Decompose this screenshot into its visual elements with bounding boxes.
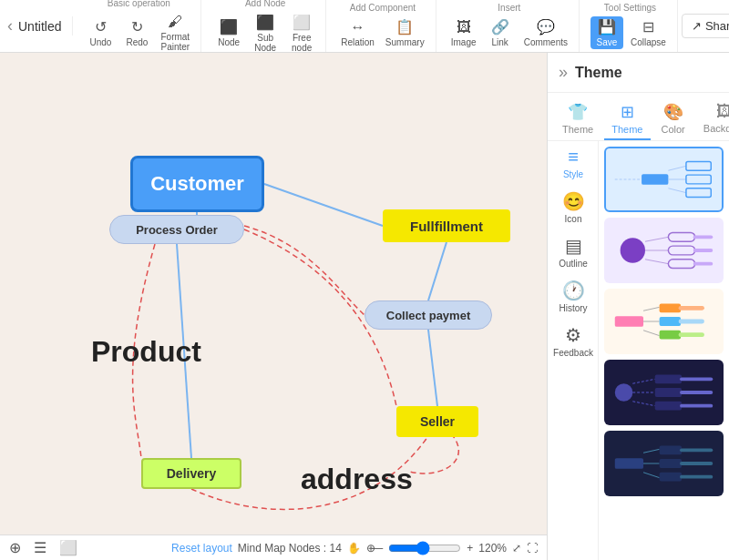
zoom-in-button[interactable]: + — [467, 542, 473, 555]
theme-icon-tab[interactable]: 👕 Theme — [555, 98, 601, 140]
format-painter-button[interactable]: 🖌 Format Painter — [157, 12, 193, 54]
summary-label: Summary — [385, 37, 425, 47]
node-button[interactable]: ⬛ Node — [212, 16, 245, 49]
panel-tabs: 👕 Theme ⊞ Theme 🎨 Color 🖼 Backdrop — [548, 93, 729, 141]
theme-4-svg — [606, 361, 722, 423]
canvas[interactable]: Customer Process Order Fullfillment Coll… — [0, 53, 547, 560]
comments-button[interactable]: 💬 Comments — [520, 16, 571, 49]
panel-title: Theme — [575, 65, 622, 81]
svg-rect-28 — [660, 317, 681, 326]
back-button[interactable]: ‹ — [7, 16, 13, 36]
delivery-label: Delivery — [167, 466, 216, 481]
svg-point-33 — [615, 383, 633, 402]
outline-icon: ▤ — [565, 235, 582, 257]
svg-line-34 — [632, 379, 654, 383]
svg-rect-19 — [668, 260, 694, 269]
collapse-button[interactable]: ⊟ Collapse — [627, 16, 670, 49]
zoom-slider[interactable] — [388, 541, 461, 555]
sub-node-button[interactable]: ⬛ Sub Node — [249, 12, 282, 55]
add-component-buttons: ↔ Relation 📋 Summary — [337, 16, 428, 49]
theme-3-thumbnail[interactable] — [604, 289, 724, 354]
format-painter-icon: 🖌 — [168, 14, 182, 30]
sidebar-item-history[interactable]: 🕐 History — [548, 274, 599, 319]
svg-rect-48 — [660, 459, 682, 468]
status-bar: ⊕ ☰ ⬜ Reset layout Mind Map Nodes : 14 ✋… — [0, 535, 547, 560]
theme-2-thumbnail[interactable] — [604, 218, 724, 283]
theme-2-svg — [606, 219, 722, 281]
customer-node[interactable]: Customer — [130, 156, 264, 212]
svg-line-9 — [668, 188, 686, 193]
summary-button[interactable]: 📋 Summary — [382, 16, 428, 49]
fit-icon[interactable]: ⤢ — [512, 542, 521, 555]
menu-icon[interactable]: ☰ — [34, 539, 46, 556]
fullscreen-icon[interactable]: ⛶ — [527, 542, 538, 555]
history-icon: 🕐 — [562, 280, 585, 301]
history-label: History — [559, 303, 587, 313]
product-label: Product — [91, 335, 201, 369]
insert-label: Insert — [498, 3, 520, 13]
free-node-icon: ⬜ — [293, 14, 311, 31]
backdrop-tab-label: Backdrop — [703, 123, 729, 134]
sidebar-item-feedback[interactable]: ⚙ Feedback — [548, 319, 599, 363]
sidebar-item-icon[interactable]: 😊 Icon — [548, 185, 599, 229]
theme-5-thumbnail[interactable] — [604, 431, 724, 496]
link-icon: 🔗 — [491, 18, 509, 36]
svg-line-36 — [632, 402, 654, 406]
basic-operation-buttons: ↺ Undo ↻ Redo 🖌 Format Painter — [84, 12, 193, 54]
backdrop-tab[interactable]: 🖼 Backdrop — [696, 98, 729, 140]
image-button[interactable]: 🖼 Image — [447, 17, 480, 49]
save-icon: 💾 — [598, 18, 616, 36]
seller-node[interactable]: Seller — [396, 406, 478, 437]
svg-rect-43 — [615, 458, 643, 469]
svg-rect-11 — [686, 175, 711, 184]
add-component-label: Add Component — [350, 3, 416, 13]
collect-payment-node[interactable]: Collect paymet — [364, 300, 492, 330]
theme-5-svg — [606, 433, 722, 494]
panel-collapse-button[interactable]: » — [559, 63, 568, 82]
add-node-label: Add Node — [245, 0, 285, 8]
add-icon[interactable]: ⊕ — [9, 539, 21, 556]
add-node-buttons: ⬛ Node ⬛ Sub Node ⬜ Free node — [212, 12, 318, 55]
redo-button[interactable]: ↻ Redo — [120, 16, 153, 49]
svg-line-46 — [643, 473, 660, 478]
share-icon: ↗ — [692, 19, 702, 33]
link-button[interactable]: 🔗 Link — [484, 16, 517, 49]
svg-rect-29 — [660, 331, 681, 340]
format-painter-label: Format Painter — [160, 32, 190, 52]
delivery-node[interactable]: Delivery — [141, 458, 241, 489]
theme-thumbnails — [599, 141, 729, 560]
save-button[interactable]: 💾 Save — [590, 16, 623, 49]
fulfillment-node[interactable]: Fullfillment — [383, 209, 510, 242]
process-order-node[interactable]: Process Order — [109, 215, 244, 244]
svg-rect-18 — [668, 246, 694, 255]
theme-tab[interactable]: ⊞ Theme — [604, 98, 650, 140]
cursor-icon: ⊕ — [366, 542, 375, 555]
sidebar-item-outline[interactable]: ▤ Outline — [548, 229, 599, 274]
share-button[interactable]: ↗ Share — [682, 14, 729, 38]
sidebar-item-style[interactable]: ≡ Style — [548, 141, 599, 185]
undo-label: Undo — [90, 37, 112, 47]
theme-1-thumbnail[interactable] — [604, 147, 724, 212]
customer-node-label: Customer — [150, 172, 244, 196]
color-tab[interactable]: 🎨 Color — [654, 98, 693, 140]
outline-label: Outline — [559, 259, 588, 269]
theme-3-svg — [606, 290, 722, 352]
address-label: address — [301, 463, 413, 496]
svg-line-1 — [264, 184, 383, 226]
redo-icon: ↻ — [131, 18, 143, 36]
relation-button[interactable]: ↔ Relation — [337, 17, 378, 49]
add-component-section: Add Component ↔ Relation 📋 Summary — [330, 0, 436, 52]
app-title: Untitled — [18, 19, 61, 34]
svg-point-13 — [621, 238, 645, 262]
theme-4-thumbnail[interactable] — [604, 360, 724, 425]
icon-label: Icon — [565, 214, 582, 224]
sub-node-icon: ⬛ — [256, 14, 274, 31]
undo-button[interactable]: ↺ Undo — [84, 16, 117, 49]
free-node-button[interactable]: ⬜ Free node — [285, 12, 318, 55]
grid-icon[interactable]: ⬜ — [59, 539, 77, 556]
reset-layout-button[interactable]: Reset layout — [171, 542, 232, 555]
tool-settings-section: Tool Settings 💾 Save ⊟ Collapse — [583, 0, 678, 52]
svg-line-2 — [428, 242, 447, 300]
theme-icon-tab-label: Theme — [562, 124, 593, 135]
comments-icon: 💬 — [537, 18, 555, 36]
